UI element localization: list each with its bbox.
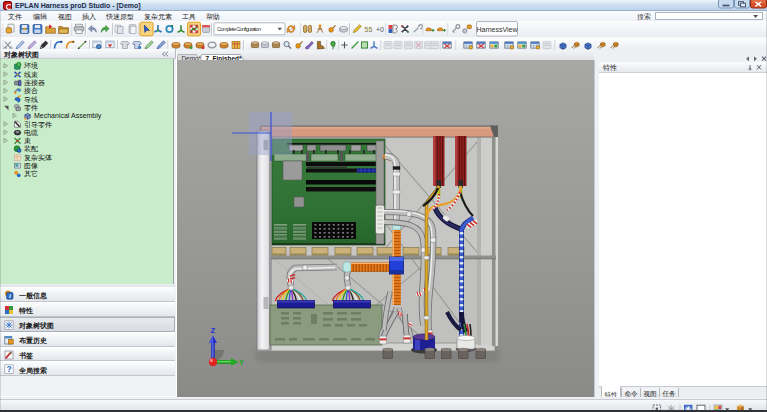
svg-text:导线: 导线 [24,95,38,102]
svg-text:+0: +0 [376,26,384,33]
svg-text:Z: Z [211,326,216,335]
svg-text:Complete Configuration: Complete Configuration [217,26,261,32]
svg-text:图像: 图像 [24,162,38,170]
svg-text:线束: 线束 [24,70,38,77]
svg-text:复杂实体: 复杂实体 [24,153,52,161]
svg-text:接合: 接合 [24,87,38,95]
svg-text:55: 55 [365,26,373,33]
svg-text:引导零件: 引导零件 [24,120,52,128]
svg-text:环境: 环境 [24,61,38,70]
svg-text:零件: 零件 [24,103,38,111]
svg-text:?: ? [6,365,11,375]
svg-text:电缆: 电缆 [24,128,38,136]
svg-text:Mechanical Assembly: Mechanical Assembly [34,112,102,120]
svg-text:HarnessView: HarnessView [476,26,518,33]
svg-text:装配: 装配 [24,145,38,153]
svg-text:i: i [9,292,11,299]
svg-text:Y: Y [239,358,244,367]
svg-text:束: 束 [24,137,31,144]
svg-text:其它: 其它 [24,170,38,178]
svg-text:连接器: 连接器 [24,79,45,87]
